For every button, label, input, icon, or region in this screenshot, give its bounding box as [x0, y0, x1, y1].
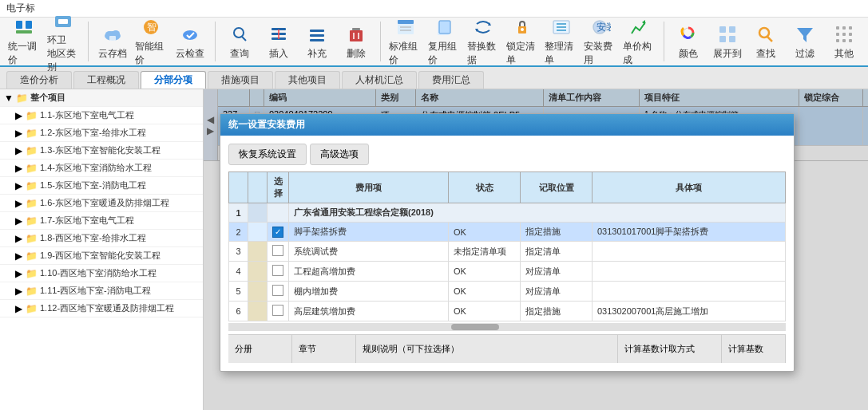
tool-replace[interactable]: 替换数据 [466, 20, 501, 63]
tab-labor-summary[interactable]: 人材机汇总 [342, 71, 417, 89]
cloud-check-icon [179, 23, 201, 45]
tool-lock[interactable]: 锁定清单 [505, 20, 541, 63]
tool-label-sort: 整理清单 [545, 40, 577, 67]
cell-detail-6: 031302007001高层施工增加 [593, 302, 786, 321]
tool-filter[interactable]: 过滤 [787, 20, 823, 63]
sidebar-item-1-12[interactable]: ▶ 📁 1.12-西区地下室暖通及防排烟工程 [0, 300, 203, 317]
tool-label-supplement: 补充 [307, 47, 327, 61]
tool-label-cloud: 云存档 [98, 47, 127, 61]
tab-fee-summary[interactable]: 费用汇总 [418, 71, 484, 89]
cell-seq-2 [248, 223, 268, 242]
sidebar-item-1-5[interactable]: ▶ 📁 1.5-东区地下室-消防电工程 [0, 177, 203, 195]
tool-query[interactable]: 查询 [221, 20, 257, 63]
cell-cb-2[interactable]: ✓ [268, 223, 289, 242]
tab-measures[interactable]: 措施项目 [208, 71, 273, 89]
replace-icon [472, 16, 494, 38]
std-group-icon [394, 16, 417, 38]
expand-1-7-icon: ▶ [13, 215, 24, 227]
sidebar-item-1-1[interactable]: ▶ 📁 1.1-东区地下室电气工程 [0, 107, 203, 124]
tool-delete[interactable]: 删除 [339, 20, 375, 63]
svg-rect-0 [16, 21, 22, 29]
sidebar-item-1-11[interactable]: ▶ 📁 1.11-西区地下室-消防电工程 [0, 282, 203, 300]
checkbox-5-icon[interactable] [272, 285, 283, 296]
modal-tab-restore[interactable]: 恢复系统设置 [228, 144, 307, 165]
sidebar-item-1-9[interactable]: ▶ 📁 1.9-西区地下室智能化安装工程 [0, 247, 203, 265]
cell-pos-4: 对应清单 [521, 262, 593, 282]
th-position: 记取位置 [521, 172, 593, 203]
tool-cloud-archive[interactable]: 云存档 [94, 20, 130, 63]
tool-color[interactable]: 颜色 [670, 20, 706, 63]
tool-copy-group[interactable]: 复用组价 [426, 20, 462, 63]
scroll-thumb[interactable] [451, 324, 499, 330]
tab-cost-analysis[interactable]: 造价分析 [6, 71, 72, 89]
modal-scrollbar[interactable] [228, 323, 786, 331]
tab-project-overview[interactable]: 工程概况 [73, 71, 139, 89]
unit-price-icon [628, 16, 650, 38]
sidebar-label-1-6: 1.6-东区地下室暖通及防排烟工程 [40, 197, 169, 209]
svg-rect-21 [352, 28, 360, 30]
tool-install-fee[interactable]: 安装 安装费用 [582, 20, 618, 63]
checkbox-6-icon[interactable] [272, 305, 283, 316]
tool-unit-price[interactable]: 单价构成 [621, 20, 657, 63]
checkbox-2-icon[interactable]: ✓ [272, 227, 283, 238]
cell-cb-3[interactable] [268, 242, 289, 262]
sidebar-item-1-3[interactable]: ▶ 📁 1.3-东区地下室智能化安装工程 [0, 142, 203, 160]
tool-cloud-check[interactable]: 云检查 [172, 20, 208, 63]
query-icon [228, 23, 251, 45]
folder-1-6-icon: 📁 [26, 198, 38, 209]
tool-expand[interactable]: 展开到 [709, 20, 745, 63]
sidebar-item-1-10[interactable]: ▶ 📁 1.10-西区地下室消防给水工程 [0, 265, 203, 282]
svg-rect-2 [16, 30, 32, 34]
cell-cb-6[interactable] [268, 302, 289, 321]
tool-unify-adjust[interactable]: 统一调价 [6, 20, 42, 63]
tool-std-group[interactable]: 标准组价 [387, 20, 423, 63]
svg-rect-43 [719, 26, 726, 33]
bottom-col-rules[interactable]: 规则说明（可下拉选择） [356, 335, 618, 363]
modal-row-2[interactable]: 2 ✓ 脚手架搭拆费 OK 指定措施 031301017001脚手架搭拆费 [229, 223, 786, 242]
sidebar-item-1-8[interactable]: ▶ 📁 1.8-西区地下室-给排水工程 [0, 230, 203, 247]
find-icon [755, 23, 777, 45]
expand-1-2-icon: ▶ [13, 128, 24, 139]
sidebar-label-1-8: 1.8-西区地下室-给排水工程 [40, 232, 146, 244]
cell-cb-5[interactable] [268, 282, 289, 302]
modal-tab-advanced[interactable]: 高级选项 [310, 144, 369, 165]
tool-smart-price[interactable]: 智 智能组价 [133, 20, 169, 63]
tab-other-items[interactable]: 其他项目 [275, 71, 340, 89]
install-fee-icon: 安装 [589, 16, 611, 38]
modal-row-6[interactable]: 6 高层建筑增加费 OK 指定措施 031302007001高层施工增加 [229, 302, 786, 321]
expand-1-10-icon: ▶ [13, 268, 24, 279]
cell-detail-4 [593, 262, 786, 282]
svg-rect-44 [729, 26, 735, 33]
cell-cb-4[interactable] [268, 262, 289, 282]
modal-row-5[interactable]: 5 棚内增加费 OK 对应清单 [229, 282, 786, 302]
tab-part-section[interactable]: 分部分项 [141, 71, 206, 89]
supplement-icon [306, 23, 328, 45]
th-checkbox: 选择 [268, 172, 289, 203]
tool-env[interactable]: 环卫地区类别 [46, 20, 81, 63]
checkbox-3-icon[interactable] [272, 245, 283, 256]
tool-find[interactable]: 查找 [748, 20, 784, 63]
tool-insert[interactable]: 插入 [260, 20, 296, 63]
checkbox-4-icon[interactable] [272, 265, 283, 276]
tool-label-expand: 展开到 [713, 47, 742, 61]
sidebar-item-1-2[interactable]: ▶ 📁 1.2-东区地下室-给排水工程 [0, 124, 203, 142]
cloud-archive-icon [101, 23, 124, 45]
sidebar-item-1-4[interactable]: ▶ 📁 1.4-东区地下室消防给水工程 [0, 160, 203, 177]
color-icon [677, 23, 700, 45]
tool-supplement[interactable]: 补充 [299, 20, 335, 63]
sidebar-root[interactable]: ▼ 📁 整个项目 [0, 89, 203, 107]
tool-sort[interactable]: 整理清单 [543, 20, 579, 63]
sidebar-item-1-6[interactable]: ▶ 📁 1.6-东区地下室暖通及防排烟工程 [0, 195, 203, 212]
folder-1-4-icon: 📁 [26, 163, 38, 174]
cell-num-1: 1 [229, 203, 248, 223]
tool-other[interactable]: 其他 [826, 20, 862, 63]
modal-row-3[interactable]: 3 系统调试费 未指定清单项 指定清单 [229, 242, 786, 262]
cell-status-2: OK [449, 223, 521, 242]
modal-row-4[interactable]: 4 工程超高增加费 OK 对应清单 [229, 262, 786, 282]
svg-marker-49 [797, 28, 813, 42]
tool-label-query: 查询 [230, 47, 249, 61]
expand-1-6-icon: ▶ [13, 198, 24, 209]
folder-root-icon: 📁 [16, 93, 28, 104]
sidebar-item-1-7[interactable]: ▶ 📁 1.7-东区地下室电气工程 [0, 212, 203, 230]
expand-1-1-icon: ▶ [13, 110, 24, 121]
